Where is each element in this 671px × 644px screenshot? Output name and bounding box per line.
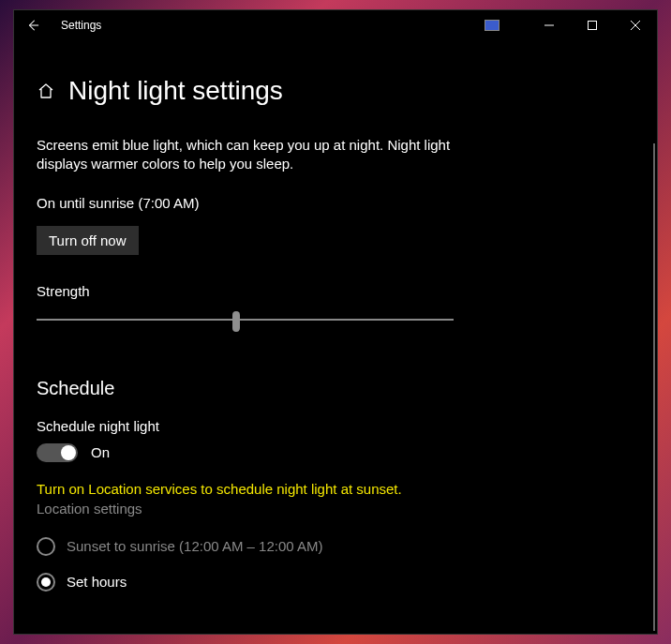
svg-rect-0: [589, 22, 597, 30]
back-arrow-icon: [26, 19, 39, 32]
minimize-icon: [544, 21, 554, 30]
toggle-knob: [61, 445, 76, 460]
close-icon: [631, 21, 640, 30]
schedule-toggle[interactable]: [37, 443, 78, 462]
page-heading-row: Night light settings: [37, 76, 634, 106]
scrollbar[interactable]: [653, 143, 655, 631]
radio-button[interactable]: [37, 573, 55, 592]
content-area: Night light settings Screens emit blue l…: [14, 40, 657, 634]
settings-window: Settings Night light settings Screens em…: [13, 9, 658, 635]
schedule-toggle-label: Schedule night light: [37, 418, 634, 434]
radio-label: Set hours: [67, 574, 127, 590]
radio-label: Sunset to sunrise (12:00 AM – 12:00 AM): [67, 538, 323, 554]
schedule-heading: Schedule: [37, 378, 634, 399]
slider-track: [37, 319, 454, 321]
status-text: On until sunrise (7:00 AM): [37, 195, 634, 211]
location-warning: Turn on Location services to schedule ni…: [37, 481, 634, 497]
radio-sunset-to-sunrise: Sunset to sunrise (12:00 AM – 12:00 AM): [37, 537, 634, 556]
home-icon[interactable]: [37, 82, 55, 100]
close-button[interactable]: [614, 10, 657, 40]
page-description: Screens emit blue light, which can keep …: [37, 136, 468, 174]
radio-button: [37, 537, 55, 556]
minimize-button[interactable]: [528, 10, 571, 40]
slider-thumb[interactable]: [232, 311, 240, 332]
maximize-icon: [588, 21, 597, 30]
location-settings-link[interactable]: Location settings: [37, 501, 634, 517]
maximize-button[interactable]: [571, 10, 614, 40]
strength-slider[interactable]: [37, 308, 454, 331]
strength-label: Strength: [37, 283, 634, 299]
window-title: Settings: [61, 19, 101, 32]
radio-set-hours[interactable]: Set hours: [37, 573, 634, 592]
toggle-state-label: On: [91, 444, 110, 460]
titlebar: Settings: [14, 10, 657, 40]
ime-indicator-icon[interactable]: [485, 20, 500, 31]
page-title: Night light settings: [68, 76, 283, 106]
schedule-toggle-row: On: [37, 443, 634, 462]
turn-off-button[interactable]: Turn off now: [37, 226, 139, 255]
back-button[interactable]: [14, 10, 52, 40]
